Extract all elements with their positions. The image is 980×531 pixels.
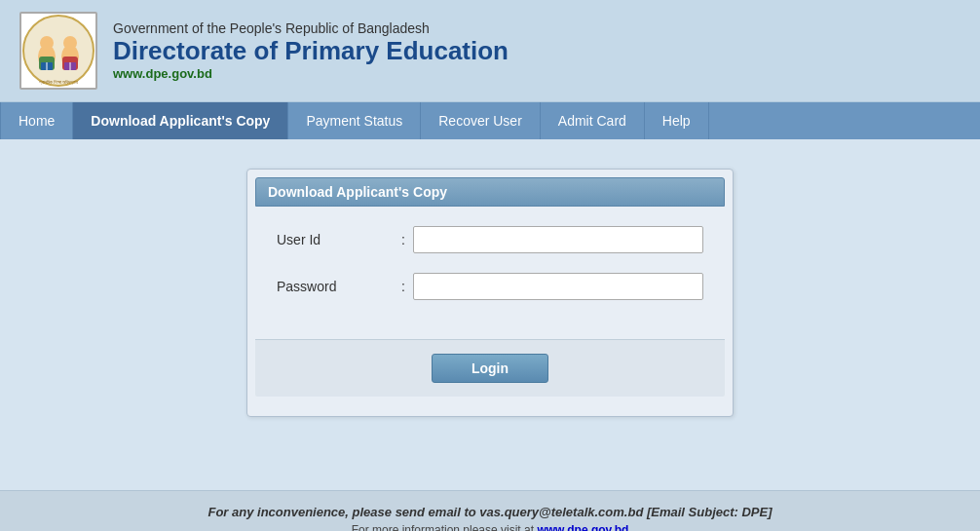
org-url: www.dpe.gov.bd	[113, 66, 509, 81]
page-header: প্রাথমিক শিক্ষা অধিদপ্তর Government of t…	[0, 0, 980, 102]
userid-row: User Id :	[277, 226, 703, 253]
nav-help[interactable]: Help	[645, 102, 709, 139]
login-form-card: Download Applicant's Copy User Id : Pass…	[246, 169, 734, 417]
footer-prefix: For more information please visit at	[352, 523, 538, 531]
userid-label: User Id	[277, 232, 394, 247]
form-card-header: Download Applicant's Copy	[255, 177, 725, 207]
password-input[interactable]	[413, 273, 703, 300]
button-area: Login	[255, 339, 725, 397]
nav-home[interactable]: Home	[0, 102, 73, 139]
userid-colon: :	[394, 232, 413, 247]
main-content: Download Applicant's Copy User Id : Pass…	[0, 139, 980, 490]
logo: প্রাথমিক শিক্ষা অধিদপ্তর	[19, 12, 97, 90]
password-label: Password	[277, 279, 394, 294]
nav-recover[interactable]: Recover User	[421, 102, 541, 139]
org-title: Directorate of Primary Education	[113, 36, 509, 66]
footer-line1: For any inconvenience, please send email…	[10, 505, 970, 519]
userid-input[interactable]	[413, 226, 703, 253]
password-row: Password :	[277, 273, 703, 300]
svg-point-2	[40, 36, 54, 50]
nav-admit[interactable]: Admit Card	[541, 102, 645, 139]
footer-line2: For more information please visit at www…	[10, 523, 970, 531]
svg-text:প্রাথমিক শিক্ষা অধিদপ্তর: প্রাথমিক শিক্ষা অধিদপ্তর	[39, 79, 79, 86]
gov-label: Government of the People's Republic of B…	[113, 20, 509, 36]
header-text-block: Government of the People's Republic of B…	[113, 20, 509, 81]
nav-download[interactable]: Download Applicant's Copy	[73, 102, 288, 139]
svg-point-0	[23, 16, 94, 86]
password-colon: :	[394, 279, 413, 294]
footer-link[interactable]: www.dpe.gov.bd	[537, 523, 628, 531]
login-button[interactable]: Login	[432, 354, 548, 383]
form-body: User Id : Password :	[247, 207, 733, 339]
svg-point-7	[63, 36, 77, 50]
nav-payment[interactable]: Payment Status	[288, 102, 421, 139]
page-footer: For any inconvenience, please send email…	[0, 490, 980, 531]
main-nav: Home Download Applicant's Copy Payment S…	[0, 102, 980, 139]
